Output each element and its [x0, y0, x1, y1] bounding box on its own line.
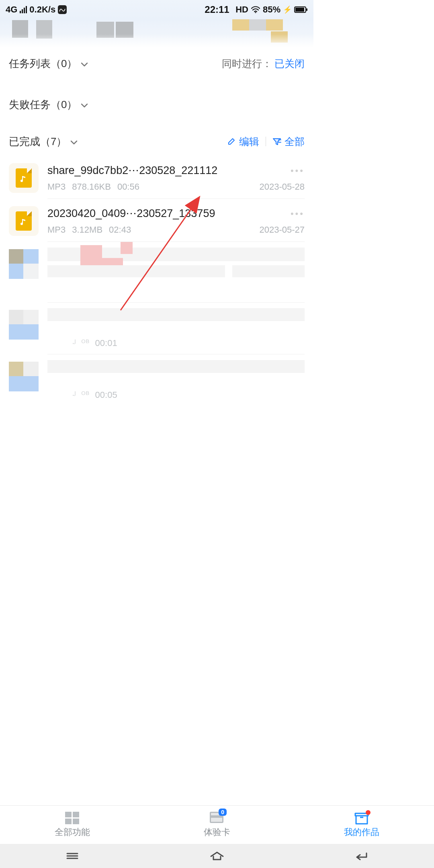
failed-list-label: 失败任务（0） — [9, 98, 77, 112]
file-duration: 02:43 — [109, 225, 131, 235]
signal-icon — [20, 6, 27, 13]
completed-list-label: 已完成（7） — [9, 135, 67, 149]
svg-rect-2 — [295, 8, 304, 12]
svg-point-5 — [20, 223, 23, 225]
concurrent-label: 同时进行： — [222, 57, 272, 70]
clock: 22:11 — [205, 4, 229, 15]
file-format: MP3 — [47, 225, 66, 235]
edit-button[interactable]: 编辑 — [227, 135, 259, 148]
svg-point-0 — [255, 12, 256, 13]
concurrent-setting[interactable]: 同时进行： 已关闭 — [222, 57, 305, 70]
file-item[interactable]: share_99dc7bb2⋯230528_221112 MP3 878.16K… — [0, 156, 313, 199]
network-type: 4G — [6, 4, 17, 15]
file-date: 2023-05-28 — [259, 182, 305, 192]
more-options-button[interactable]: ••• — [291, 166, 305, 176]
file-item-blurred: MP3 ·ᴶ ᴼᴮ 00:05 — [0, 354, 313, 406]
task-list-label: 任务列表（0） — [9, 57, 77, 71]
task-list-toggle[interactable]: 任务列表（0） — [9, 57, 88, 71]
charging-icon: ⚡ — [283, 5, 292, 14]
battery-percent: 85% — [263, 4, 280, 15]
file-format: MP3 — [47, 182, 66, 192]
file-type-icon — [9, 163, 39, 193]
file-duration: 00:56 — [117, 182, 139, 192]
file-title: 20230420_0409⋯230527_133759 — [47, 207, 305, 220]
file-title: share_99dc7bb2⋯230528_221112 — [47, 164, 305, 177]
file-size: 878.16KB — [72, 182, 111, 192]
file-duration: 00:05 — [95, 390, 117, 400]
battery-icon — [294, 6, 308, 13]
pencil-icon — [227, 137, 236, 146]
hd-indicator: HD — [235, 4, 248, 15]
chevron-down-icon — [70, 135, 78, 148]
file-duration: 00:01 — [95, 338, 117, 348]
svg-point-4 — [20, 180, 23, 182]
network-speed: 0.2K/s — [29, 4, 55, 15]
file-item[interactable]: 20230420_0409⋯230527_133759 MP3 3.12MB 0… — [0, 199, 313, 242]
chevron-down-icon — [80, 98, 88, 111]
chevron-down-icon — [80, 57, 88, 70]
wifi-icon — [251, 6, 260, 13]
status-bar: 4G 0.2K/s 22:11 HD 85% ⚡ — [0, 0, 313, 19]
svg-rect-3 — [306, 8, 307, 11]
file-type-icon — [9, 206, 39, 236]
completed-list-toggle[interactable]: 已完成（7） — [9, 135, 78, 149]
header-blurred — [0, 19, 313, 47]
app-indicator-icon — [58, 5, 67, 14]
filter-icon — [272, 137, 281, 145]
more-options-button[interactable]: ••• — [291, 209, 305, 219]
file-size: 3.12MB — [72, 225, 102, 235]
file-item-blurred: MP3 ·ᴶ ᴼᴮ 00:01 — [0, 303, 313, 354]
file-item-blurred — [0, 242, 313, 302]
filter-button[interactable]: 全部 — [272, 135, 305, 148]
divider — [266, 137, 266, 146]
file-date: 2023-05-27 — [259, 225, 305, 235]
failed-list-toggle[interactable]: 失败任务（0） — [9, 98, 88, 112]
concurrent-value: 已关闭 — [274, 57, 305, 70]
